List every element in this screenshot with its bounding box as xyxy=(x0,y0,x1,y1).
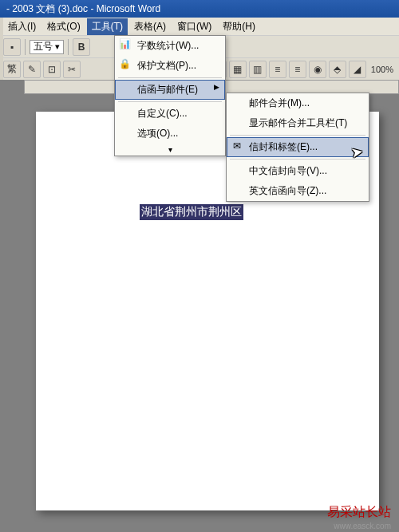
protect-icon: 🔒 xyxy=(118,58,131,71)
list-icon[interactable]: ≡ xyxy=(289,61,306,78)
expand-chevron-icon[interactable]: ▾ xyxy=(115,144,225,156)
menu-table[interactable]: 表格(A) xyxy=(129,18,171,35)
menu-help[interactable]: 帮助(H) xyxy=(218,18,260,35)
separator xyxy=(25,39,26,55)
menu-mail-merge[interactable]: 邮件合并(M)... xyxy=(227,93,369,113)
letters-submenu: 邮件合并(M)... 显示邮件合并工具栏(T) ✉ 信封和标签(E)... 中文… xyxy=(226,93,369,202)
selected-text[interactable]: 湖北省荆州市荆州区 xyxy=(140,204,243,220)
window-title: - 2003 文档 (3).doc - Microsoft Word xyxy=(6,2,160,16)
menu-bar: 插入(I) 格式(O) 工具(T) 表格(A) 窗口(W) 帮助(H) xyxy=(0,18,399,35)
watermark-text: 易采站长站 xyxy=(327,504,391,521)
envelope-icon: ✉ xyxy=(231,140,243,153)
font-size-box[interactable]: 五号 ▾ xyxy=(30,40,64,54)
toolbar-icon[interactable]: ◉ xyxy=(309,61,326,78)
toolbar-icon[interactable]: ✎ xyxy=(23,61,41,78)
cut-icon[interactable]: ✂ xyxy=(63,61,81,78)
separator xyxy=(230,135,365,136)
word-count-icon: 📊 xyxy=(118,38,131,51)
toolbar-icon[interactable]: ◢ xyxy=(349,61,366,78)
watermark-url: www.easck.com xyxy=(334,522,391,530)
fan-button[interactable]: 繁 xyxy=(3,61,21,78)
separator xyxy=(230,159,365,160)
menu-tools[interactable]: 工具(T) xyxy=(87,18,128,35)
menu-customize[interactable]: 自定义(C)... xyxy=(115,104,225,124)
toolbar-icon[interactable]: ⊡ xyxy=(43,61,61,78)
menu-window[interactable]: 窗口(W) xyxy=(172,18,216,35)
tools-dropdown: 📊 字数统计(W)... 🔒 保护文档(P)... 信函与邮件(E) 自定义(C… xyxy=(114,35,226,156)
menu-chinese-wizard[interactable]: 中文信封向导(V)... xyxy=(227,161,369,181)
menu-format[interactable]: 格式(O) xyxy=(42,18,85,35)
menu-envelopes-labels[interactable]: ✉ 信封和标签(E)... xyxy=(227,137,369,157)
toolbar-button[interactable]: ▪ xyxy=(3,38,21,56)
columns-icon[interactable]: ▥ xyxy=(249,61,267,78)
menu-options[interactable]: 选项(O)... xyxy=(115,124,225,144)
menu-english-wizard[interactable]: 英文信函向导(Z)... xyxy=(227,181,369,201)
separator xyxy=(68,39,69,55)
menu-show-toolbar[interactable]: 显示邮件合并工具栏(T) xyxy=(227,113,369,133)
menu-protect-doc[interactable]: 🔒 保护文档(P)... xyxy=(115,56,225,76)
zoom-level[interactable]: 100% xyxy=(369,64,396,75)
separator xyxy=(118,77,222,78)
title-bar: - 2003 文档 (3).doc - Microsoft Word xyxy=(0,0,399,18)
menu-word-count[interactable]: 📊 字数统计(W)... xyxy=(115,36,225,56)
bold-button[interactable]: B xyxy=(73,38,90,56)
separator xyxy=(118,101,222,102)
list-icon[interactable]: ≡ xyxy=(269,61,286,78)
table-icon[interactable]: ▦ xyxy=(229,61,247,78)
menu-letters-mail[interactable]: 信函与邮件(E) xyxy=(115,80,225,100)
menu-insert[interactable]: 插入(I) xyxy=(3,18,41,35)
toolbar-icon[interactable]: ⬘ xyxy=(329,61,346,78)
